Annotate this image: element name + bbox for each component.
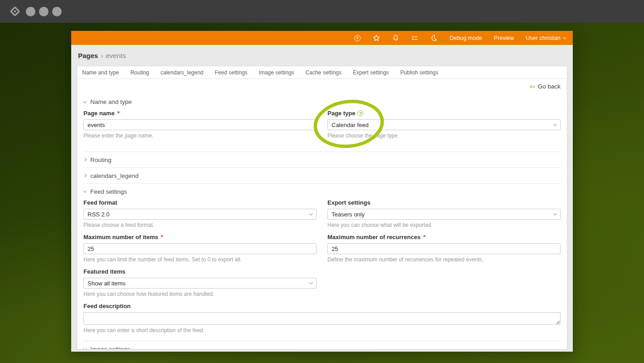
section-tabbar: Name and type Routing calendars_legend F…: [77, 66, 567, 79]
go-back-link[interactable]: Go back: [529, 83, 561, 90]
export-settings-field-group: Export settings Teasers only Here you ca…: [327, 199, 561, 228]
select-value: Teasers only: [332, 211, 365, 218]
form-body: Go back Name and type Page name* Please …: [77, 79, 567, 349]
chevron-down-icon: [309, 211, 313, 215]
tab-publish-settings[interactable]: Publish settings: [400, 69, 438, 76]
chevron-right-icon: [83, 174, 87, 177]
label-text: Page name: [83, 110, 115, 117]
label-text: Page type: [327, 110, 355, 117]
chevron-down-icon: [83, 346, 87, 349]
page-type-field-group: Page type Calendar feed Please choose th…: [327, 110, 561, 139]
content-panel: Name and type Routing calendars_legend F…: [77, 66, 567, 349]
chevron-down-icon: [553, 211, 557, 215]
bell-icon[interactable]: [392, 34, 399, 41]
tab-cache-settings[interactable]: Cache settings: [306, 69, 342, 76]
max-items-field-group: Maximum number of items* Here you can li…: [83, 234, 317, 263]
go-back-row: Go back: [83, 79, 561, 94]
chevron-down-icon: [83, 99, 87, 103]
label-text: Featured items: [83, 268, 125, 275]
header-links: Debug mode Preview User christian: [450, 35, 566, 41]
chevron-down-icon: [553, 122, 557, 126]
section-header-routing[interactable]: Routing: [83, 152, 561, 167]
breadcrumb-separator: ›: [101, 52, 103, 59]
feed-format-help: Please choose a feed format.: [83, 222, 317, 228]
chevron-down-icon: [83, 189, 87, 192]
tab-name-and-type[interactable]: Name and type: [82, 69, 119, 76]
checklist-icon[interactable]: [411, 35, 418, 41]
app-header-bar: Debug mode Preview User christian: [71, 31, 573, 45]
featured-items-label: Featured items: [83, 268, 317, 275]
section-header-image-settings[interactable]: Image settings: [83, 341, 561, 349]
chevron-down-icon: [563, 35, 566, 39]
section-header-feed-settings[interactable]: Feed settings: [83, 183, 561, 199]
user-menu[interactable]: User christian: [526, 35, 566, 41]
select-value: Show all items: [88, 280, 126, 287]
breadcrumb-root[interactable]: Pages: [78, 52, 98, 59]
breadcrumb: Pages › events: [71, 45, 573, 66]
label-text: Maximum number of items: [83, 234, 158, 240]
tab-expert-settings[interactable]: Expert settings: [353, 69, 389, 76]
section-title: Image settings: [90, 346, 130, 350]
titlebar: [0, 0, 644, 23]
max-recurrences-help: Define the maximum number of recurrences…: [327, 256, 561, 263]
max-recurrences-field-group: Maximum number of recurrences* Define th…: [327, 234, 561, 263]
max-recurrences-label: Maximum number of recurrences*: [327, 234, 561, 240]
header-icons: [354, 34, 437, 41]
max-items-input[interactable]: [83, 243, 317, 254]
feed-format-select[interactable]: RSS 2.0: [83, 209, 317, 220]
featured-items-field-group: Featured items Show all items Here you c…: [83, 268, 317, 297]
page-type-select[interactable]: Calendar feed: [327, 119, 561, 130]
page-name-field-group: Page name* Please enter the page name.: [83, 110, 317, 139]
max-items-label: Maximum number of items*: [83, 234, 317, 240]
dark-mode-icon[interactable]: [430, 34, 437, 41]
section-title: Feed settings: [90, 188, 127, 195]
export-settings-label: Export settings: [327, 199, 561, 206]
page-type-help: Please choose the page type.: [327, 132, 561, 139]
feed-description-label: Feed description: [83, 303, 561, 309]
featured-items-row: Featured items Show all items Here you c…: [83, 268, 561, 303]
featured-items-help: Here you can choose how featured items a…: [83, 291, 317, 297]
preview-link[interactable]: Preview: [494, 35, 514, 41]
tab-routing[interactable]: Routing: [130, 69, 149, 76]
help-icon[interactable]: [354, 35, 361, 41]
label-text: Export settings: [327, 199, 371, 206]
section-title: Routing: [90, 157, 112, 163]
feed-format-field-group: Feed format RSS 2.0 Please choose a feed…: [83, 199, 317, 228]
name-type-fields-row: Page name* Please enter the page name. P…: [83, 110, 561, 144]
feed-description-help: Here you can enter a short description o…: [83, 327, 561, 334]
section-title: Name and type: [90, 98, 132, 105]
select-value: RSS 2.0: [88, 211, 109, 218]
preview-label: Preview: [494, 35, 514, 41]
star-icon[interactable]: [373, 34, 380, 41]
export-settings-help: Here you can choose what will be exporte…: [327, 222, 561, 228]
required-marker: *: [117, 110, 120, 117]
feed-description-textarea[interactable]: [83, 312, 561, 325]
featured-items-select[interactable]: Show all items: [83, 278, 317, 289]
window-control-dot[interactable]: [26, 7, 35, 16]
user-menu-label: User christian: [526, 35, 561, 41]
chevron-down-icon: [309, 280, 313, 284]
export-settings-select[interactable]: Teasers only: [327, 209, 561, 220]
window-control-dot[interactable]: [52, 7, 62, 16]
tab-calendars-legend[interactable]: calendars_legend: [161, 69, 204, 76]
label-text: Maximum number of recurrences: [327, 234, 420, 240]
max-recurrences-input[interactable]: [327, 243, 561, 254]
breadcrumb-current: events: [106, 52, 126, 59]
page-name-label: Page name*: [83, 110, 317, 117]
section-header-calendars-legend[interactable]: calendars_legend: [83, 167, 561, 183]
window-control-dot[interactable]: [39, 7, 49, 16]
page-name-input[interactable]: [83, 119, 317, 130]
max-items-row: Maximum number of items* Here you can li…: [83, 234, 561, 268]
help-icon[interactable]: [357, 110, 363, 116]
tab-image-settings[interactable]: Image settings: [259, 69, 294, 76]
required-marker: *: [423, 234, 425, 240]
chevron-right-icon: [83, 158, 87, 162]
section-header-name-and-type[interactable]: Name and type: [83, 94, 561, 110]
arrow-left-icon: [529, 83, 535, 90]
max-items-help: Here you can limit the number of feed it…: [83, 256, 317, 263]
tab-feed-settings[interactable]: Feed settings: [215, 69, 248, 76]
section-title: calendars_legend: [90, 172, 139, 179]
page-name-help: Please enter the page name.: [83, 132, 317, 139]
required-marker: *: [161, 234, 163, 240]
debug-mode-link[interactable]: Debug mode: [450, 35, 483, 41]
